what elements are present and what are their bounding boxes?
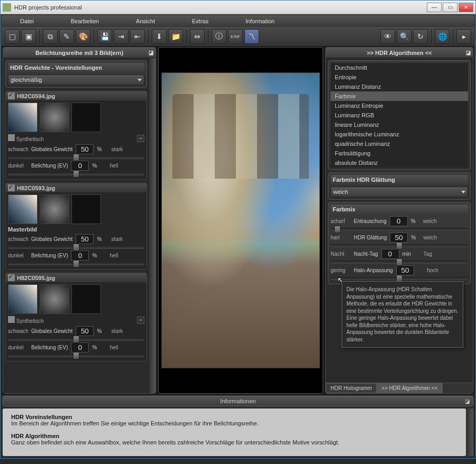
slider-track[interactable]: [331, 244, 468, 247]
maximize-button[interactable]: ▭: [443, 3, 457, 12]
batch-icon[interactable]: ⬇: [152, 29, 167, 44]
exposure-input[interactable]: [71, 250, 89, 261]
left-panel-detach-icon[interactable]: ◪: [149, 50, 153, 55]
exposure-slider[interactable]: [8, 172, 144, 175]
info-p1: Im Bereich der Algorithmen treffen Sie e…: [11, 420, 457, 426]
thumb-weight[interactable]: [40, 103, 69, 132]
slider-track[interactable]: [331, 277, 468, 280]
thumb-extra[interactable]: [71, 284, 101, 314]
collapse-button[interactable]: –: [137, 317, 144, 324]
algo-item[interactable]: Luminanz Distanz: [331, 82, 468, 91]
thumb-original[interactable]: [8, 194, 38, 224]
algo-item[interactable]: Farbsättigung: [331, 149, 468, 158]
info-icon[interactable]: ⓘ: [212, 29, 226, 44]
exposure-slider[interactable]: [8, 354, 144, 357]
info-scrollbar[interactable]: [467, 409, 473, 456]
menu-datei[interactable]: Datei: [2, 18, 52, 24]
weights-dropdown[interactable]: gleichmäßig: [8, 75, 144, 85]
label-hell: hell: [100, 253, 118, 258]
farbmix-header: Farbmix: [331, 205, 468, 214]
thumb-weight[interactable]: [40, 194, 69, 224]
algorithm-list[interactable]: DurchschnittEntropieLuminanz DistanzFarb…: [331, 63, 468, 168]
slider-left-label: hart: [331, 235, 351, 240]
synth-checkbox[interactable]: [8, 134, 15, 141]
menu-information[interactable]: Information: [227, 18, 293, 24]
globe-icon[interactable]: 🌐: [435, 29, 450, 44]
exposure-slider[interactable]: [8, 262, 144, 265]
halo-tooltip: Die Halo-Anpassung (HDR Schatten Anpassu…: [342, 281, 463, 348]
menu-extras[interactable]: Extras: [173, 18, 227, 24]
thumb-weight[interactable]: [40, 284, 69, 314]
right-panel-detach-icon[interactable]: ◪: [466, 50, 471, 55]
exposure-input[interactable]: [71, 161, 89, 171]
eye-icon[interactable]: 👁: [380, 29, 395, 44]
close-button[interactable]: ✕: [459, 3, 473, 12]
image-checkbox[interactable]: [8, 184, 15, 191]
info-detach-icon[interactable]: ◪: [465, 398, 470, 404]
slider-input[interactable]: [396, 265, 414, 275]
slider-unit: min: [402, 251, 411, 257]
synth-checkbox[interactable]: [8, 316, 15, 323]
brush-icon[interactable]: ✎: [59, 29, 74, 44]
globalweight-slider[interactable]: [8, 338, 144, 341]
label-schwach: schwach: [8, 328, 28, 334]
slider-track[interactable]: [331, 261, 468, 264]
algo-item[interactable]: Luminanz RGB: [331, 110, 468, 120]
tool-icon[interactable]: ⧉: [43, 29, 58, 44]
slider-input[interactable]: [390, 216, 408, 226]
folder-icon[interactable]: 📁: [168, 29, 183, 44]
resize-icon[interactable]: ⇔: [190, 29, 205, 44]
algo-item[interactable]: Farbmix: [331, 91, 468, 101]
slider-input[interactable]: [390, 233, 408, 243]
algo-item[interactable]: Luminanz Entropie: [331, 101, 468, 110]
smoothing-dropdown[interactable]: weich: [331, 187, 468, 197]
tab-histogram[interactable]: HDR Histogramm: [326, 383, 377, 393]
left-panel: Belichtungsreihe mit 3 Bild(ern) ◪ HDR G…: [3, 47, 156, 394]
globalweight-input[interactable]: [76, 144, 94, 154]
image-filename: H82C0593.jpg: [17, 185, 55, 191]
tab-algorithms[interactable]: >> HDR Algorithmen <<: [377, 383, 442, 393]
menu-ansicht[interactable]: Ansicht: [117, 18, 173, 24]
synth-label: Synthetisch: [16, 318, 44, 324]
exif-icon[interactable]: EXIF: [228, 29, 243, 44]
preview-area[interactable]: [159, 48, 323, 393]
export2-icon[interactable]: ⇤: [130, 29, 145, 44]
slider-left-label: Nacht: [331, 251, 351, 257]
algo-item[interactable]: Durchschnitt: [331, 63, 468, 72]
loupe-icon[interactable]: 🔍: [397, 29, 411, 44]
open-icon[interactable]: ▣: [21, 29, 36, 44]
exposure-input[interactable]: [71, 342, 89, 352]
algo-item[interactable]: lineare Luminanz: [331, 120, 468, 129]
menu-bearbeiten[interactable]: Bearbeiten: [52, 18, 117, 24]
slider-input[interactable]: [381, 249, 399, 259]
refresh-icon[interactable]: ↻: [413, 29, 428, 44]
thumb-extra[interactable]: [71, 103, 101, 132]
image-checkbox[interactable]: [8, 92, 15, 99]
percent-label: %: [92, 253, 97, 258]
menubar[interactable]: Datei Bearbeiten Ansicht Extras Informat…: [2, 15, 474, 27]
algo-item[interactable]: Entropie: [331, 72, 468, 82]
preview-panel: [158, 47, 323, 394]
algo-item[interactable]: logarithmische Luminanz: [331, 129, 468, 139]
globalweight-input[interactable]: [76, 234, 94, 244]
globalweight-slider[interactable]: [8, 246, 144, 249]
thumb-extra[interactable]: [71, 194, 101, 224]
slider-track[interactable]: [331, 228, 468, 231]
camera-icon[interactable]: ▸: [456, 29, 471, 44]
collapse-button[interactable]: –: [137, 135, 144, 142]
left-scrollbar[interactable]: [149, 58, 155, 393]
thumb-original[interactable]: [8, 284, 38, 314]
minimize-button[interactable]: —: [427, 3, 442, 12]
globalweight-input[interactable]: [76, 326, 94, 336]
palette-icon[interactable]: 🎨: [76, 29, 90, 44]
image-checkbox[interactable]: [8, 274, 15, 281]
globalweight-slider[interactable]: [8, 156, 144, 159]
label-exposure: Belichtung (EV): [31, 253, 68, 258]
export1-icon[interactable]: ⇥: [114, 29, 129, 44]
new-icon[interactable]: ▢: [5, 29, 20, 44]
save-icon[interactable]: 💾: [97, 29, 112, 44]
histogram-icon[interactable]: 〽: [244, 29, 259, 44]
algo-item[interactable]: absolute Distanz: [331, 158, 468, 168]
algo-item[interactable]: quadrische Luminanz: [331, 139, 468, 149]
thumb-original[interactable]: [8, 103, 38, 132]
